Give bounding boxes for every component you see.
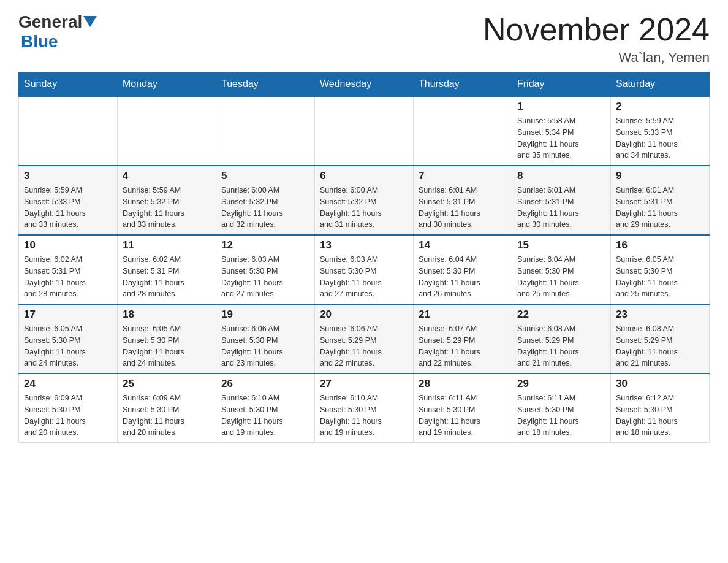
calendar-cell: 21Sunrise: 6:07 AMSunset: 5:29 PMDayligh… <box>414 304 512 373</box>
day-info: Sunrise: 6:09 AMSunset: 5:30 PMDaylight:… <box>24 393 112 439</box>
day-number: 27 <box>320 378 408 390</box>
day-number: 25 <box>123 378 211 390</box>
weekday-header-tuesday: Tuesday <box>216 72 315 97</box>
calendar-cell: 25Sunrise: 6:09 AMSunset: 5:30 PMDayligh… <box>118 373 216 443</box>
calendar-cell: 5Sunrise: 6:00 AMSunset: 5:32 PMDaylight… <box>216 166 315 235</box>
page-header: General Blue November 2024 Wa`lan, Yemen <box>18 12 710 66</box>
calendar-week-row: 3Sunrise: 5:59 AMSunset: 5:33 PMDaylight… <box>19 166 710 235</box>
calendar-cell: 2Sunrise: 5:59 AMSunset: 5:33 PMDaylight… <box>611 96 710 166</box>
day-number: 4 <box>123 170 211 182</box>
logo-blue-text: Blue <box>21 32 58 51</box>
calendar-cell: 4Sunrise: 5:59 AMSunset: 5:32 PMDaylight… <box>118 166 216 235</box>
calendar-cell: 13Sunrise: 6:03 AMSunset: 5:30 PMDayligh… <box>315 235 414 304</box>
calendar-cell: 14Sunrise: 6:04 AMSunset: 5:30 PMDayligh… <box>414 235 512 304</box>
calendar-cell: 11Sunrise: 6:02 AMSunset: 5:31 PMDayligh… <box>118 235 216 304</box>
day-info: Sunrise: 6:05 AMSunset: 5:30 PMDaylight:… <box>24 323 112 369</box>
logo: General Blue <box>18 12 97 52</box>
day-info: Sunrise: 6:04 AMSunset: 5:30 PMDaylight:… <box>419 254 507 300</box>
calendar-cell: 16Sunrise: 6:05 AMSunset: 5:30 PMDayligh… <box>611 235 710 304</box>
day-info: Sunrise: 6:02 AMSunset: 5:31 PMDaylight:… <box>24 254 112 300</box>
weekday-header-row: SundayMondayTuesdayWednesdayThursdayFrid… <box>19 72 710 97</box>
calendar-cell: 20Sunrise: 6:06 AMSunset: 5:29 PMDayligh… <box>315 304 414 373</box>
calendar-cell: 12Sunrise: 6:03 AMSunset: 5:30 PMDayligh… <box>216 235 315 304</box>
calendar-cell: 3Sunrise: 5:59 AMSunset: 5:33 PMDaylight… <box>19 166 118 235</box>
day-number: 26 <box>221 378 309 390</box>
logo-triangle-icon <box>83 16 97 29</box>
day-number: 1 <box>517 101 605 113</box>
day-info: Sunrise: 6:03 AMSunset: 5:30 PMDaylight:… <box>221 254 309 300</box>
day-info: Sunrise: 6:08 AMSunset: 5:29 PMDaylight:… <box>517 323 605 369</box>
day-info: Sunrise: 6:10 AMSunset: 5:30 PMDaylight:… <box>221 393 309 439</box>
calendar-cell: 17Sunrise: 6:05 AMSunset: 5:30 PMDayligh… <box>19 304 118 373</box>
calendar-cell <box>315 96 414 166</box>
calendar-cell: 27Sunrise: 6:10 AMSunset: 5:30 PMDayligh… <box>315 373 414 443</box>
calendar-cell: 9Sunrise: 6:01 AMSunset: 5:31 PMDaylight… <box>611 166 710 235</box>
weekday-header-friday: Friday <box>512 72 611 97</box>
day-info: Sunrise: 6:05 AMSunset: 5:30 PMDaylight:… <box>123 323 211 369</box>
day-info: Sunrise: 6:01 AMSunset: 5:31 PMDaylight:… <box>616 185 704 231</box>
day-number: 20 <box>320 308 408 321</box>
day-number: 9 <box>616 170 704 182</box>
calendar-cell <box>414 96 512 166</box>
day-info: Sunrise: 6:00 AMSunset: 5:32 PMDaylight:… <box>320 185 408 231</box>
calendar-table: SundayMondayTuesdayWednesdayThursdayFrid… <box>18 72 710 443</box>
day-info: Sunrise: 6:07 AMSunset: 5:29 PMDaylight:… <box>419 323 507 369</box>
day-number: 14 <box>419 239 507 251</box>
calendar-cell: 24Sunrise: 6:09 AMSunset: 5:30 PMDayligh… <box>19 373 118 443</box>
day-number: 16 <box>616 239 704 251</box>
weekday-header-monday: Monday <box>118 72 216 97</box>
svg-marker-0 <box>83 16 97 27</box>
day-number: 11 <box>123 239 211 251</box>
day-number: 21 <box>419 308 507 321</box>
calendar-cell: 22Sunrise: 6:08 AMSunset: 5:29 PMDayligh… <box>512 304 611 373</box>
day-info: Sunrise: 5:58 AMSunset: 5:34 PMDaylight:… <box>517 115 605 161</box>
calendar-cell: 18Sunrise: 6:05 AMSunset: 5:30 PMDayligh… <box>118 304 216 373</box>
day-number: 22 <box>517 308 605 321</box>
day-info: Sunrise: 5:59 AMSunset: 5:32 PMDaylight:… <box>123 185 211 231</box>
calendar-cell: 19Sunrise: 6:06 AMSunset: 5:30 PMDayligh… <box>216 304 315 373</box>
day-number: 5 <box>221 170 309 182</box>
calendar-cell: 8Sunrise: 6:01 AMSunset: 5:31 PMDaylight… <box>512 166 611 235</box>
day-number: 12 <box>221 239 309 251</box>
calendar-cell: 26Sunrise: 6:10 AMSunset: 5:30 PMDayligh… <box>216 373 315 443</box>
calendar-cell: 7Sunrise: 6:01 AMSunset: 5:31 PMDaylight… <box>414 166 512 235</box>
day-number: 8 <box>517 170 605 182</box>
day-info: Sunrise: 6:04 AMSunset: 5:30 PMDaylight:… <box>517 254 605 300</box>
day-number: 28 <box>419 378 507 390</box>
calendar-cell: 10Sunrise: 6:02 AMSunset: 5:31 PMDayligh… <box>19 235 118 304</box>
day-number: 24 <box>24 378 112 390</box>
day-info: Sunrise: 6:10 AMSunset: 5:30 PMDaylight:… <box>320 393 408 439</box>
day-number: 2 <box>616 101 704 113</box>
weekday-header-thursday: Thursday <box>414 72 512 97</box>
day-info: Sunrise: 5:59 AMSunset: 5:33 PMDaylight:… <box>616 115 704 161</box>
day-info: Sunrise: 6:01 AMSunset: 5:31 PMDaylight:… <box>419 185 507 231</box>
logo-general-text: General <box>18 12 82 32</box>
month-title: November 2024 <box>483 12 710 47</box>
calendar-cell: 6Sunrise: 6:00 AMSunset: 5:32 PMDaylight… <box>315 166 414 235</box>
day-info: Sunrise: 6:11 AMSunset: 5:30 PMDaylight:… <box>517 393 605 439</box>
calendar-cell <box>216 96 315 166</box>
day-number: 10 <box>24 239 112 251</box>
day-info: Sunrise: 6:03 AMSunset: 5:30 PMDaylight:… <box>320 254 408 300</box>
day-number: 3 <box>24 170 112 182</box>
location-title: Wa`lan, Yemen <box>483 50 710 66</box>
day-number: 6 <box>320 170 408 182</box>
day-info: Sunrise: 5:59 AMSunset: 5:33 PMDaylight:… <box>24 185 112 231</box>
day-info: Sunrise: 6:11 AMSunset: 5:30 PMDaylight:… <box>419 393 507 439</box>
calendar-cell: 15Sunrise: 6:04 AMSunset: 5:30 PMDayligh… <box>512 235 611 304</box>
day-info: Sunrise: 6:06 AMSunset: 5:29 PMDaylight:… <box>320 323 408 369</box>
day-number: 7 <box>419 170 507 182</box>
calendar-cell: 29Sunrise: 6:11 AMSunset: 5:30 PMDayligh… <box>512 373 611 443</box>
day-number: 29 <box>517 378 605 390</box>
calendar-week-row: 24Sunrise: 6:09 AMSunset: 5:30 PMDayligh… <box>19 373 710 443</box>
calendar-week-row: 1Sunrise: 5:58 AMSunset: 5:34 PMDaylight… <box>19 96 710 166</box>
day-info: Sunrise: 6:02 AMSunset: 5:31 PMDaylight:… <box>123 254 211 300</box>
day-number: 15 <box>517 239 605 251</box>
day-number: 19 <box>221 308 309 321</box>
calendar-cell <box>118 96 216 166</box>
calendar-cell <box>19 96 118 166</box>
calendar-cell: 30Sunrise: 6:12 AMSunset: 5:30 PMDayligh… <box>611 373 710 443</box>
day-info: Sunrise: 6:08 AMSunset: 5:29 PMDaylight:… <box>616 323 704 369</box>
calendar-cell: 1Sunrise: 5:58 AMSunset: 5:34 PMDaylight… <box>512 96 611 166</box>
day-number: 23 <box>616 308 704 321</box>
